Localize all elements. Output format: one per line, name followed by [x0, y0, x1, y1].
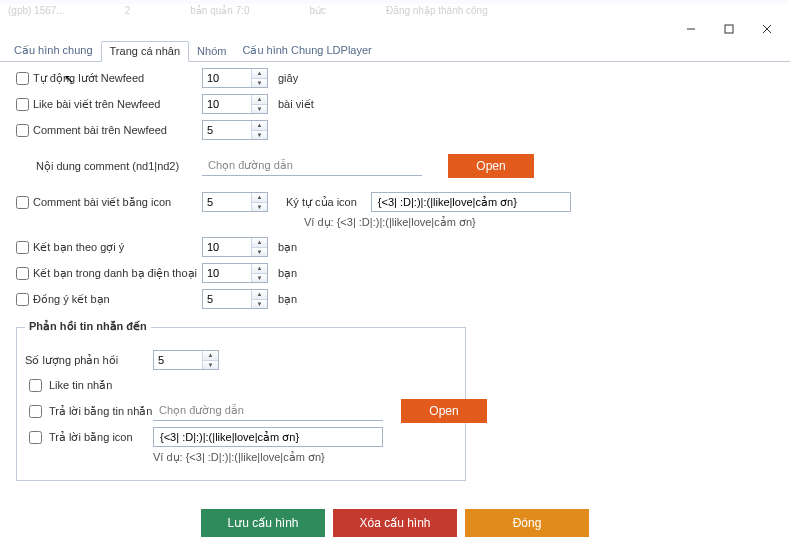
unit-seconds: giây: [278, 72, 298, 84]
chk-auto-scroll-newfeed[interactable]: [16, 72, 29, 85]
svg-rect-0: [725, 25, 733, 33]
lbl-like-message: Like tin nhắn: [49, 379, 112, 392]
chk-comment-post[interactable]: [16, 124, 29, 137]
num-reply-count[interactable]: ▲▼: [153, 350, 219, 370]
num-comment-post-count[interactable]: ▲▼: [202, 120, 268, 140]
chk-like-message[interactable]: [29, 379, 42, 392]
unit-friend-accept: bạn: [278, 293, 297, 306]
tab-bar: Cấu hình chung Trang cá nhân Nhóm Cấu hì…: [0, 40, 790, 62]
minimize-button[interactable]: [672, 18, 710, 40]
num-friend-contacts[interactable]: ▲▼: [202, 263, 268, 283]
input-reply-icon[interactable]: [153, 427, 383, 447]
group-title: Phản hồi tin nhắn đến: [25, 320, 151, 333]
lbl-reply-message: Trả lời bằng tin nhắn: [49, 405, 152, 418]
lbl-comment-content: Nội dung comment (nd1|nd2): [36, 160, 179, 173]
num-friend-suggest[interactable]: ▲▼: [202, 237, 268, 257]
open-comment-path-button[interactable]: Open: [448, 154, 534, 178]
num-auto-scroll-seconds[interactable]: ▲▼: [202, 68, 268, 88]
spinner-down-icon[interactable]: ▼: [252, 78, 267, 88]
num-friend-accept[interactable]: ▲▼: [202, 289, 268, 309]
lbl-reply-icon: Trả lời bằng icon: [49, 431, 133, 444]
tab-personal-page[interactable]: Trang cá nhân: [101, 41, 190, 62]
panel-personal-page: Tự động lướt Newfeed ▲▼ giây Like bài vi…: [4, 62, 786, 498]
delete-config-button[interactable]: Xóa cấu hình: [333, 509, 457, 537]
unit-posts: bài viết: [278, 98, 314, 111]
open-reply-path-button[interactable]: Open: [401, 399, 487, 423]
lbl-reply-count: Số lượng phản hồi: [25, 354, 118, 367]
chk-friend-contacts[interactable]: [16, 267, 29, 280]
group-reply-incoming: Phản hồi tin nhắn đến Số lượng phản hồi …: [16, 327, 466, 481]
bottom-bar: Lưu cấu hình Xóa cấu hình Đóng: [0, 506, 790, 540]
chk-friend-accept[interactable]: [16, 293, 29, 306]
window-controls: [0, 18, 790, 40]
close-window-button[interactable]: [748, 18, 786, 40]
lbl-like-post: Like bài viết trên Newfeed: [33, 98, 160, 111]
lbl-friend-suggest: Kết bạn theo gợi ý: [33, 241, 124, 254]
chk-reply-message[interactable]: [29, 405, 42, 418]
tab-general-config[interactable]: Cấu hình chung: [6, 41, 101, 61]
maximize-button[interactable]: [710, 18, 748, 40]
tab-ldplayer-config[interactable]: Cấu hình Chung LDPlayer: [234, 41, 379, 61]
lbl-reply-icon-example: Ví dụ: {<3| :D|:)|:(|like|love|cảm ơn}: [153, 451, 325, 464]
unit-friend-suggest: bạn: [278, 241, 297, 254]
tab-group[interactable]: Nhóm: [189, 42, 234, 61]
num-comment-icon-count[interactable]: ▲▼: [202, 192, 268, 212]
input-comment-content-path[interactable]: [202, 156, 422, 176]
lbl-comment-icon: Comment bài viết bằng icon: [33, 196, 171, 209]
chk-comment-icon[interactable]: [16, 196, 29, 209]
lbl-auto-scroll-newfeed: Tự động lướt Newfeed: [33, 72, 144, 85]
lbl-friend-accept: Đồng ý kết bạn: [33, 293, 110, 306]
lbl-icon-chars: Ký tự của icon: [286, 196, 357, 209]
unit-friend-contacts: bạn: [278, 267, 297, 280]
lbl-icon-example: Ví dụ: {<3| :D|:)|:(|like|love|cảm ơn}: [304, 216, 476, 229]
input-reply-message-path[interactable]: [153, 401, 383, 421]
lbl-comment-post: Comment bài trên Newfeed: [33, 124, 167, 136]
input-icon-chars[interactable]: [371, 192, 571, 212]
close-button[interactable]: Đóng: [465, 509, 589, 537]
chk-like-post[interactable]: [16, 98, 29, 111]
save-config-button[interactable]: Lưu cấu hình: [201, 509, 325, 537]
spinner-up-icon[interactable]: ▲: [252, 69, 267, 78]
chk-friend-suggest[interactable]: [16, 241, 29, 254]
lbl-friend-contacts: Kết bạn trong danh bạ điện thoại: [33, 267, 197, 280]
chk-reply-icon[interactable]: [29, 431, 42, 444]
num-like-post-count[interactable]: ▲▼: [202, 94, 268, 114]
window-statusbar: (gpb) 1567...2bản quản 7:0bứcĐăng nhập t…: [0, 4, 790, 18]
